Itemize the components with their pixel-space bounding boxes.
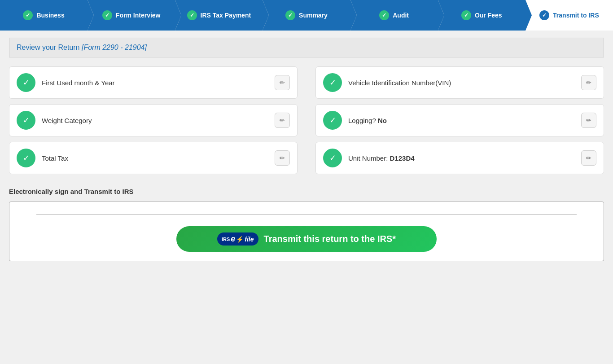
nav-step-summary[interactable]: ✓ Summary: [263, 0, 350, 31]
nav-step-audit[interactable]: ✓ Audit: [350, 0, 438, 31]
card-first-used: ✓ First Used month & Year ✏: [9, 66, 298, 99]
nav-step-label: Audit: [393, 12, 409, 19]
nav-step-label: Summary: [299, 12, 328, 19]
nav-bar: ✓ Business ✓ Form Interview ✓ IRS Tax Pa…: [0, 0, 613, 31]
review-heading: Review your Return: [17, 44, 80, 51]
sign-line-2: [36, 217, 577, 217]
edit-button-total-tax[interactable]: ✏: [275, 150, 290, 166]
nav-step-business[interactable]: ✓ Business: [0, 0, 88, 31]
nav-step-irs-tax-payment[interactable]: ✓ IRS Tax Payment: [175, 0, 263, 31]
check-circle-icon: ✓: [323, 149, 342, 167]
card-total-tax: ✓ Total Tax ✏: [9, 142, 298, 174]
e-text: e: [231, 234, 235, 244]
card-vin: ✓ Vehicle Identification Number(VIN) ✏: [315, 66, 604, 99]
irs-text: IRS: [222, 237, 230, 242]
sign-title: Electronically sign and Transmit to IRS: [9, 188, 604, 195]
check-icon: ✓: [285, 10, 295, 20]
bolt-icon: ⚡: [236, 236, 244, 243]
check-icon: ✓: [539, 10, 549, 20]
sign-line-1: [36, 215, 577, 215]
file-text: file: [245, 236, 254, 243]
card-label-vin: Vehicle Identification Number(VIN): [348, 79, 575, 87]
transmit-label: Transmit this return to the IRS*: [264, 234, 396, 244]
nav-step-label: Transmit to IRS: [553, 12, 599, 19]
review-form-ref: [Form 2290 - 21904]: [82, 44, 147, 51]
check-icon: ✓: [461, 10, 471, 20]
nav-step-label: Form Interview: [116, 12, 161, 19]
edit-button-weight-category[interactable]: ✏: [275, 113, 290, 128]
nav-step-label: Business: [36, 12, 64, 19]
nav-step-our-fees[interactable]: ✓ Our Fees: [438, 0, 525, 31]
check-circle-icon: ✓: [17, 73, 35, 92]
check-circle-icon: ✓: [17, 111, 35, 130]
check-icon: ✓: [102, 10, 112, 20]
edit-button-first-used[interactable]: ✏: [275, 75, 290, 90]
edit-button-unit-number[interactable]: ✏: [581, 150, 596, 166]
card-unit-number: ✓ Unit Number: D123D4 ✏: [315, 142, 604, 174]
card-label-weight-category: Weight Category: [42, 117, 268, 124]
check-circle-icon: ✓: [17, 149, 35, 167]
check-circle-icon: ✓: [323, 111, 342, 130]
check-icon: ✓: [23, 10, 33, 20]
card-weight-category: ✓ Weight Category ✏: [9, 104, 298, 136]
card-label-total-tax: Total Tax: [42, 154, 268, 162]
card-label-unit-number: Unit Number: D123D4: [348, 154, 575, 162]
card-label-logging: Logging? No: [348, 117, 575, 124]
check-icon: ✓: [187, 10, 197, 20]
check-circle-icon: ✓: [323, 73, 342, 92]
cards-grid: ✓ First Used month & Year ✏ ✓ Vehicle Id…: [9, 66, 604, 174]
card-label-first-used: First Used month & Year: [42, 79, 268, 87]
edit-button-vin[interactable]: ✏: [581, 75, 596, 90]
nav-step-form-interview[interactable]: ✓ Form Interview: [88, 0, 175, 31]
nav-step-label: IRS Tax Payment: [201, 12, 251, 19]
check-icon: ✓: [379, 10, 389, 20]
review-header: Review your Return [Form 2290 - 21904]: [9, 38, 604, 57]
nav-step-transmit-to-irs[interactable]: ✓ Transmit to IRS: [525, 0, 613, 31]
edit-button-logging[interactable]: ✏: [581, 113, 596, 128]
sign-box: IRS e ⚡ file Transmit this return to the…: [9, 202, 604, 261]
irs-efile-badge: IRS e ⚡ file: [217, 232, 258, 246]
card-logging: ✓ Logging? No ✏: [315, 104, 604, 136]
sign-section: Electronically sign and Transmit to IRS …: [9, 188, 604, 261]
nav-step-label: Our Fees: [475, 12, 502, 19]
transmit-button[interactable]: IRS e ⚡ file Transmit this return to the…: [176, 226, 437, 252]
